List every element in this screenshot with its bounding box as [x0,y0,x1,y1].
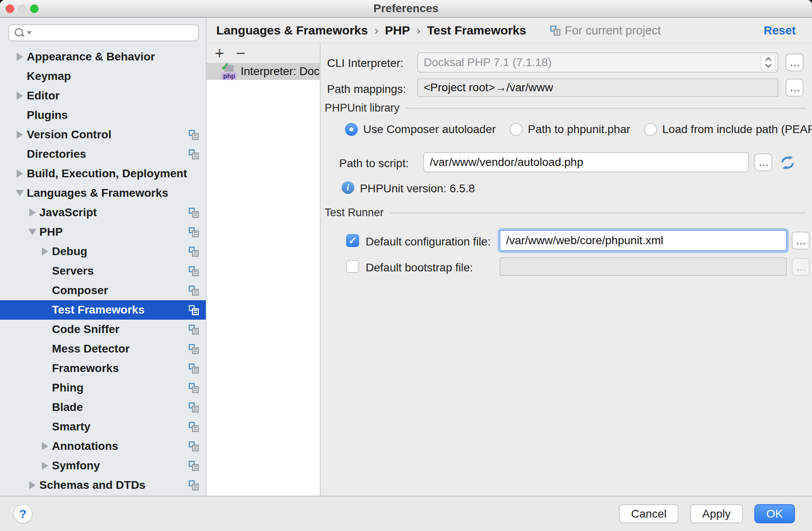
sidebar-item-symfony[interactable]: Symfony [0,456,206,475]
sidebar-item-label: Blade [52,401,83,414]
interpreter-list-item[interactable]: ✓ php Interpreter: Dock [207,63,320,80]
per-project-icon [188,383,199,393]
chevron-right-icon[interactable] [26,209,39,217]
check-icon: ✓ [221,63,230,73]
per-project-icon [188,305,199,316]
chevron-right-icon[interactable] [13,53,27,61]
refresh-icon[interactable] [779,154,797,172]
sidebar-item-label: Directories [27,148,86,161]
sidebar-item-keymap[interactable]: Keymap [0,67,206,86]
sidebar-item-label: Keymap [27,70,71,83]
chevron-right-icon[interactable] [26,481,39,489]
cli-interpreter-browse-button[interactable]: ... [786,54,803,71]
breadcrumb-separator: › [374,24,378,37]
chevron-right-icon[interactable] [13,170,27,178]
radio-label: Load from include path (PEAR) [662,123,812,136]
radio-button-icon[interactable] [345,123,358,136]
traffic-lights [6,4,39,13]
preferences-window: Preferences Appearance & BehaviorKeymapE… [0,0,812,531]
per-project-icon [188,129,199,140]
sidebar-item-test-frameworks[interactable]: Test Frameworks [0,300,206,320]
path-mappings-browse-button[interactable]: ... [786,79,803,97]
remove-interpreter-button[interactable]: − [233,45,248,61]
search-input[interactable] [33,25,198,41]
default-configuration-checkbox[interactable]: ✓ [346,234,359,247]
chevron-right-icon[interactable] [38,462,52,470]
sidebar-item-label: Editor [27,89,60,102]
default-configuration-input[interactable]: /var/www/web/core/phpunit.xml [500,230,787,251]
phpunit-library-section-label: PHPUnit library [325,102,400,114]
chevron-right-icon[interactable] [38,247,52,256]
sidebar-item-code-sniffer[interactable]: Code Sniffer [0,320,206,339]
interpreter-list-panel: + − ✓ php Interpreter: Dock [207,43,320,496]
radio-path-to-phpunit-phar[interactable]: Path to phpunit.phar [510,123,630,136]
zoom-window-button[interactable] [30,4,39,13]
chevron-down-icon[interactable] [13,190,27,196]
default-bootstrap-input[interactable] [500,257,787,276]
radio-use-composer-autoloader[interactable]: Use Composer autoloader [345,123,496,136]
radio-load-from-include-path-pear[interactable]: Load from include path (PEAR) [644,123,812,136]
radio-button-icon[interactable] [510,123,523,136]
sidebar-item-frameworks[interactable]: Frameworks [0,359,206,378]
per-project-icon [188,421,199,432]
path-to-script-browse-button[interactable]: ... [754,153,772,171]
chevron-right-icon[interactable] [13,131,27,139]
default-bootstrap-browse-button[interactable]: ... [792,258,810,276]
sidebar-item-version-control[interactable]: Version Control [0,125,206,144]
default-bootstrap-checkbox[interactable] [346,260,359,273]
sidebar-item-annotations[interactable]: Annotations [0,436,206,456]
breadcrumb-segment[interactable]: Languages & Frameworks [216,24,368,37]
path-to-script-input[interactable]: /var/www/vendor/autoload.php [423,152,749,172]
sidebar-item-schemas-and-dtds[interactable]: Schemas and DTDs [0,475,206,495]
sidebar-item-servers[interactable]: Servers [0,261,206,281]
apply-button[interactable]: Apply [690,504,743,523]
info-icon: i [342,181,354,194]
sidebar-item-label: Symfony [52,459,100,472]
test-runner-section: Test Runner [325,206,806,219]
add-interpreter-button[interactable]: + [212,45,227,61]
stepper-icon[interactable] [761,55,775,70]
breadcrumb-segment[interactable]: PHP [385,24,410,37]
sidebar-item-label: Test Frameworks [52,303,144,316]
phpunit-library-section: PHPUnit library [325,102,806,114]
sidebar-item-debug[interactable]: Debug [0,242,206,261]
sidebar-item-blade[interactable]: Blade [0,398,206,417]
per-project-icon [188,363,199,374]
chevron-right-icon[interactable] [38,442,52,450]
per-project-icon [188,402,199,413]
breadcrumb-segment[interactable]: Test Frameworks [427,24,526,37]
scope-label: For current project [565,24,661,37]
sidebar-item-languages-frameworks[interactable]: Languages & Frameworks [0,183,206,203]
sidebar-item-mess-detector[interactable]: Mess Detector [0,339,206,359]
path-mappings-field[interactable]: <Project root>→/var/www [417,78,778,97]
default-configuration-browse-button[interactable]: ... [792,232,810,249]
sidebar-item-php[interactable]: PHP [0,222,206,242]
sidebar-item-build-execution-deployment[interactable]: Build, Execution, Deployment [0,164,206,183]
cancel-button[interactable]: Cancel [619,504,678,523]
close-window-button[interactable] [6,4,14,13]
help-button[interactable]: ? [13,504,32,523]
settings-search-box[interactable] [8,24,199,41]
sidebar-item-editor[interactable]: Editor [0,86,206,105]
chevron-down-icon[interactable] [26,229,39,235]
sidebar-item-phing[interactable]: Phing [0,378,206,398]
per-project-icon [188,149,199,160]
phpunit-library-radio-group: Use Composer autoloaderPath to phpunit.p… [345,123,812,136]
chevron-right-icon[interactable] [13,92,27,100]
sidebar-item-plugins[interactable]: Plugins [0,105,206,125]
sidebar-item-smarty[interactable]: Smarty [0,417,206,436]
search-options-caret-icon[interactable] [27,31,32,34]
cli-interpreter-select[interactable]: Docksal PHP 7.1 (7.1.18) [417,52,778,73]
default-configuration-label: Default configuration file: [366,235,491,248]
radio-button-icon[interactable] [644,123,657,136]
sidebar-item-directories[interactable]: Directories [0,144,206,164]
sidebar-item-appearance-behavior[interactable]: Appearance & Behavior [0,47,206,67]
sidebar-item-javascript[interactable]: JavaScript [0,203,206,222]
cli-interpreter-label: CLI Interpreter: [327,57,403,70]
reset-link[interactable]: Reset [764,24,796,37]
cli-interpreter-value: Docksal PHP 7.1 (7.1.18) [424,56,551,69]
sidebar-item-composer[interactable]: Composer [0,281,206,300]
ok-button[interactable]: OK [754,504,795,523]
minimize-window-button[interactable] [18,4,26,13]
path-mappings-value: <Project root>→/var/www [424,81,553,94]
